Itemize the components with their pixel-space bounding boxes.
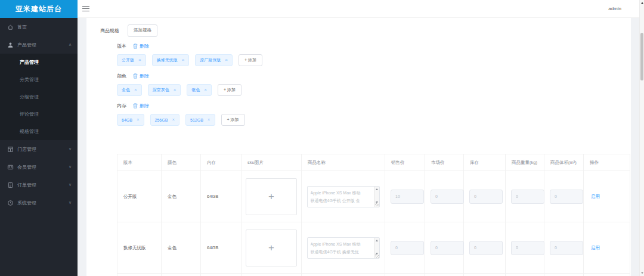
sidebar-subitem-review-manage[interactable]: 评论管理 <box>0 106 78 123</box>
sidebar-item-label: 会员管理 <box>17 164 36 170</box>
hamburger-icon[interactable] <box>82 6 89 11</box>
chevron-down-icon: ∨ <box>69 147 72 151</box>
add-tag-button[interactable]: + 添加 <box>221 114 245 126</box>
stock-input[interactable] <box>469 241 503 255</box>
cell-sku-image: + <box>242 222 302 274</box>
cell-actions: 启用 <box>584 171 630 222</box>
cell-memory: 64GB <box>201 171 242 222</box>
sidebar-subitem-spec-manage[interactable]: 规格管理 <box>0 123 78 140</box>
close-icon[interactable]: × <box>137 117 140 122</box>
spec-section-version: 版本 删除 公开版× 换修无忧版× 原厂延保版× + 添加 <box>117 42 631 67</box>
topbar: admin <box>78 0 639 18</box>
cell-product-name: Apple iPhone XS Max 移动 联通电信4G手机 换修无忧 <box>302 222 385 274</box>
sidebar-item-label: 系统管理 <box>17 200 36 206</box>
scrollbar-up-arrow-icon[interactable] <box>641 2 643 4</box>
product-name-textarea[interactable]: Apple iPhone XS Max 移动 联通电信4G手机 公开版 金 <box>307 186 380 207</box>
sidebar-item-stores[interactable]: 门店管理 ∨ <box>0 140 78 158</box>
delete-spec-button[interactable]: 删除 <box>133 103 149 109</box>
market-price-input[interactable] <box>431 190 464 204</box>
cell-color: 金色 <box>162 222 201 274</box>
close-icon[interactable]: × <box>172 117 175 122</box>
market-price-input[interactable] <box>431 241 464 255</box>
cell-memory: 64GB <box>201 222 242 274</box>
sku-image-upload[interactable]: + <box>246 230 297 266</box>
cell-sale-price <box>385 222 425 274</box>
cell-weight <box>506 171 544 222</box>
user-menu[interactable]: admin <box>608 6 621 11</box>
trash-icon <box>133 103 138 108</box>
weight-input[interactable] <box>511 241 544 255</box>
content-panel: 商品规格 添加规格 版本 删除 公开 <box>86 18 631 276</box>
cell-volume <box>544 222 584 274</box>
close-icon[interactable]: × <box>138 58 141 63</box>
page-header: 商品规格 添加规格 <box>100 24 631 37</box>
tag-label: 原厂延保版 <box>200 57 221 63</box>
scrollbar-down-arrow-icon[interactable] <box>641 272 643 274</box>
close-icon[interactable]: × <box>208 117 210 122</box>
weight-input[interactable] <box>511 190 544 204</box>
sidebar-subitem-category-manage[interactable]: 分类管理 <box>0 71 78 88</box>
scrollbar-thumb[interactable] <box>640 33 643 80</box>
table-row: 换修无忧版 金色 64GB + Apple iPhone XS Max 移动 <box>117 222 630 274</box>
sku-image-upload[interactable]: + <box>246 178 297 215</box>
products-submenu: 产品管理 分类管理 分组管理 评论管理 规格管理 <box>0 54 78 140</box>
sidebar-subitem-group-manage[interactable]: 分组管理 <box>0 88 78 106</box>
sidebar-item-system[interactable]: 系统管理 ∨ <box>0 194 78 212</box>
col-color: 颜色 <box>162 154 201 171</box>
close-icon[interactable]: × <box>182 58 185 63</box>
product-name-line: Apple iPhone XS Max 移动 <box>311 240 372 248</box>
spec-tag: 256GB× <box>150 114 179 126</box>
sidebar-item-members[interactable]: 会员管理 ∨ <box>0 158 78 176</box>
resize-grip[interactable] <box>375 203 379 206</box>
close-icon[interactable]: × <box>204 88 207 92</box>
app-logo: 亚米建站后台 <box>0 0 78 18</box>
tag-label: 256GB <box>155 118 168 122</box>
cell-stock <box>464 171 506 222</box>
enable-link[interactable]: 启用 <box>591 194 600 199</box>
sale-price-input[interactable] <box>391 241 424 255</box>
member-icon <box>7 164 14 170</box>
add-spec-button[interactable]: 添加规格 <box>128 24 157 37</box>
spec-tag: 512GB× <box>185 114 215 126</box>
cell-market-price <box>425 171 464 222</box>
close-icon[interactable]: × <box>225 58 228 63</box>
cell-version: 公开版 <box>117 171 162 222</box>
table-header-row: 版本 颜色 内存 sku图片 商品名称 销售价 市场价 库存 商品重量(kg) … <box>117 154 630 171</box>
stock-input[interactable] <box>469 190 503 204</box>
volume-input[interactable] <box>550 241 583 255</box>
page-title: 商品规格 <box>100 27 119 34</box>
sidebar-item-home[interactable]: 首页 <box>0 18 78 36</box>
sidebar-item-products[interactable]: 产品管理 ∧ <box>0 36 78 54</box>
cell-stock <box>464 222 506 274</box>
content-area: 商品规格 添加规格 版本 删除 公开 <box>78 18 639 276</box>
cell-market-price <box>425 222 464 274</box>
volume-input[interactable] <box>550 190 583 204</box>
add-tag-button[interactable]: + 添加 <box>239 54 262 66</box>
section-name: 版本 <box>117 43 126 49</box>
plus-icon: + <box>268 242 274 254</box>
enable-link[interactable]: 启用 <box>591 245 600 250</box>
delete-spec-label: 删除 <box>140 103 149 109</box>
chevron-up-icon: ∧ <box>69 42 72 47</box>
page-scrollbar[interactable] <box>639 0 644 276</box>
close-icon[interactable]: × <box>174 88 177 92</box>
delete-spec-button[interactable]: 删除 <box>133 73 149 79</box>
sidebar-subitem-product-manage[interactable]: 产品管理 <box>0 54 78 71</box>
col-stock: 库存 <box>464 154 506 171</box>
sale-price-input[interactable] <box>391 190 424 204</box>
cell-product-name: Apple iPhone XS Max 移动 联通电信4G手机 公开版 金 <box>302 171 385 222</box>
trash-icon <box>133 44 138 49</box>
delete-spec-button[interactable]: 删除 <box>133 43 149 49</box>
cell-volume <box>544 171 584 222</box>
product-name-textarea[interactable]: Apple iPhone XS Max 移动 联通电信4G手机 换修无忧 <box>307 237 380 259</box>
main-area: admin 商品规格 添加规格 版本 删除 <box>78 0 639 276</box>
col-version: 版本 <box>117 154 162 171</box>
close-icon[interactable]: × <box>134 88 137 92</box>
resize-grip[interactable] <box>375 254 379 258</box>
add-tag-button[interactable]: + 添加 <box>218 84 242 96</box>
spec-tag: 金色× <box>117 84 142 96</box>
sidebar-menu: 首页 产品管理 ∧ 产品管理 分类管理 分组管理 评论管理 规格管理 <box>0 18 78 212</box>
spec-section-color: 颜色 删除 金色× 深空灰色× 银色× + 添加 <box>117 72 631 97</box>
section-name: 内存 <box>117 103 126 109</box>
sidebar-item-orders[interactable]: 订单管理 ∨ <box>0 176 78 194</box>
